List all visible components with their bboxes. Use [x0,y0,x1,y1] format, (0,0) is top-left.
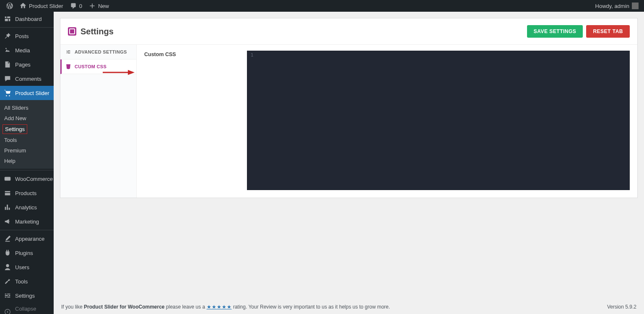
css-code-editor[interactable]: 1 [247,51,630,190]
analytics-icon [3,203,12,211]
sidebar-item-label: Products [15,190,36,196]
topbar-howdy: Howdy, admin [595,3,629,9]
cart-icon [3,89,12,97]
sidebar-collapse[interactable]: Collapse menu [0,303,54,314]
sub-settings[interactable]: Settings [3,124,27,134]
save-button[interactable]: SAVE SETTINGS [527,25,583,38]
products-icon [3,189,12,197]
sidebar-item-marketing[interactable]: Marketing [0,214,54,229]
sidebar-submenu: All Sliders Add New Settings Tools Premi… [0,100,54,169]
sidebar-item-label: Media [15,47,30,54]
sidebar-item-media[interactable]: Media [0,43,54,57]
page-title: Settings [80,27,114,36]
footer-version: Version 5.9.2 [607,304,636,310]
dashboard-icon [3,15,12,23]
sidebar-item-label: Marketing [15,219,39,225]
sidebar-item-settings[interactable]: Settings [0,288,54,303]
admin-topbar: Product Slider 0 New Howdy, admin [0,0,644,12]
admin-sidebar: Dashboard Posts Media Pages Comments Pro… [0,12,54,314]
sidebar-item-users[interactable]: Users [0,260,54,274]
admin-footer: If you like Product Slider for WooCommer… [54,300,644,314]
sidebar-item-tools[interactable]: Tools [0,274,54,288]
tab-label: CUSTOM CSS [75,64,106,69]
sidebar-item-label: Collapse menu [15,306,50,314]
sidebar-item-comments[interactable]: Comments [0,72,54,86]
sidebar-item-woocommerce[interactable]: WooCommerce [0,170,54,186]
comment-icon [3,75,12,83]
arrow-annotation [103,69,136,77]
home-icon [20,3,26,9]
collapse-icon [3,308,12,314]
field-label: Custom CSS [144,51,239,190]
settings-panel: Settings SAVE SETTINGS RESET TAB ADVANCE… [60,18,638,198]
settings-logo-icon [68,27,76,36]
sidebar-item-label: Dashboard [15,16,42,22]
wordpress-icon [6,3,13,9]
sidebar-item-pages[interactable]: Pages [0,57,54,72]
tab-advanced-settings[interactable]: ADVANCED SETTINGS [60,45,136,59]
sidebar-item-label: Product Slider [15,90,49,96]
panel-header: Settings SAVE SETTINGS RESET TAB [60,18,637,45]
sidebar-item-label: Settings [15,293,35,299]
wp-logo[interactable] [3,0,16,12]
footer-thanks: If you like Product Slider for WooCommer… [61,304,390,310]
sidebar-item-dashboard[interactable]: Dashboard [0,12,54,26]
sidebar-item-label: WooCommerce [15,176,53,182]
sidebar-item-plugins[interactable]: Plugins [0,246,54,260]
user-icon [3,263,12,271]
wrench-icon [3,277,12,286]
sidebar-item-label: Comments [15,76,42,82]
sub-tools[interactable]: Tools [0,135,54,145]
footer-rating-link[interactable]: ★★★★★ [207,304,232,310]
svg-marker-3 [128,70,135,75]
main-content: Settings SAVE SETTINGS RESET TAB ADVANCE… [54,12,644,314]
settings-tabs: ADVANCED SETTINGS CUSTOM CSS [60,45,137,198]
topbar-account[interactable]: Howdy, admin [595,3,641,9]
media-icon [3,46,12,54]
avatar [632,3,639,9]
sidebar-item-label: Users [15,264,29,270]
sidebar-item-label: Pages [15,62,31,68]
sidebar-item-appearance[interactable]: Appearance [0,230,54,246]
plugin-icon [3,249,12,257]
sidebar-item-product-slider[interactable]: Product Slider [0,86,54,100]
css-icon [65,64,71,69]
sidebar-item-label: Appearance [15,236,44,242]
sidebar-item-analytics[interactable]: Analytics [0,200,54,214]
sidebar-item-label: Analytics [15,204,37,211]
svg-rect-0 [5,177,10,181]
settings-icon [3,291,12,300]
sidebar-item-label: Plugins [15,250,33,256]
comment-icon [70,3,77,9]
pin-icon [3,32,12,40]
tab-label: ADVANCED SETTINGS [75,49,127,54]
sub-help[interactable]: Help [0,156,54,166]
megaphone-icon [3,217,12,226]
page-icon [3,60,12,69]
tab-content: Custom CSS 1 [137,45,637,198]
plus-icon [89,3,96,9]
topbar-new-label: New [98,3,109,9]
brush-icon [3,234,12,243]
woo-icon [3,175,12,183]
sidebar-item-posts[interactable]: Posts [0,27,54,43]
topbar-new[interactable]: New [86,0,112,12]
sidebar-item-products[interactable]: Products [0,186,54,200]
topbar-comments[interactable]: 0 [67,0,86,12]
sub-add-new[interactable]: Add New [0,113,54,124]
topbar-comments-count: 0 [79,3,82,9]
reset-button[interactable]: RESET TAB [586,25,630,38]
sub-all-sliders[interactable]: All Sliders [0,103,54,113]
sidebar-item-label: Posts [15,33,29,39]
sidebar-item-label: Tools [15,278,28,285]
topbar-site-name: Product Slider [29,3,63,9]
sliders-icon [65,49,71,55]
editor-gutter: 1 [247,51,257,190]
sub-premium[interactable]: Premium [0,145,54,156]
topbar-site-link[interactable]: Product Slider [16,0,67,12]
